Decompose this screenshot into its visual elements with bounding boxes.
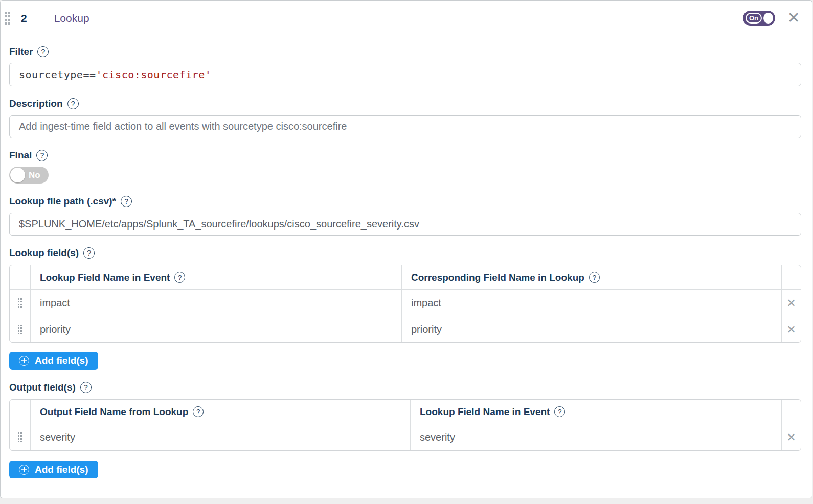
output-fields-label-text: Output field(s) [9,382,76,393]
final-label: Final ? [9,150,801,161]
filter-value-string: 'cisco:sourcefire' [96,68,212,81]
lookup-fields-label-text: Lookup field(s) [9,247,79,259]
row-drag-handle-icon[interactable] [18,432,22,443]
delete-column-header [781,400,801,424]
column-header-text: Lookup Field Name in Event [420,406,550,418]
lookup-file-path-label: Lookup file path (.csv)* ? [9,196,801,207]
row-drag-handle-icon[interactable] [18,325,22,335]
column-header-text: Corresponding Field Name in Lookup [411,272,584,283]
row-delete-icon[interactable]: ✕ [781,316,801,342]
row-drag-cell [10,424,30,450]
filter-value-prefix: sourcetype== [19,68,96,81]
plus-circle-icon [19,465,29,475]
row-drag-handle-icon[interactable] [18,298,22,308]
lookup-file-path-help-icon[interactable]: ? [121,196,132,207]
column-help-icon[interactable]: ? [589,272,600,283]
filter-input[interactable]: sourcetype=='cisco:sourcefire' [9,63,801,86]
row-drag-cell [10,316,30,342]
card-body: Filter ? sourcetype=='cisco:sourcefire' … [1,36,812,491]
add-button-label: Add field(s) [35,355,88,366]
card-drag-handle-icon[interactable] [5,12,10,25]
lookup-fields-label: Lookup field(s) ? [9,247,801,259]
lookup-file-path-label-text: Lookup file path (.csv)* [9,196,116,207]
lookup-fields-header-row: Lookup Field Name in Event ? Correspondi… [10,265,801,289]
card-title-link[interactable]: Lookup [54,12,89,25]
column-header-event-field: Lookup Field Name in Event ? [30,265,401,289]
event-field-input[interactable]: priority [30,316,401,342]
lookup-file-path-value: $SPLUNK_HOME/etc/apps/Splunk_TA_sourcefi… [19,218,419,230]
event-field-input[interactable]: impact [30,290,401,316]
final-help-icon[interactable]: ? [36,150,48,161]
delete-column-header [781,265,801,289]
column-header-text: Lookup Field Name in Event [40,272,170,283]
final-label-text: Final [9,150,32,161]
lookup-file-path-input[interactable]: $SPLUNK_HOME/etc/apps/Splunk_TA_sourcefi… [9,213,801,236]
step-number: 2 [21,12,27,25]
add-output-fields-button[interactable]: Add field(s) [9,461,98,478]
output-fields-header-row: Output Field Name from Lookup ? Lookup F… [10,400,801,424]
lookup-fields-table: Lookup Field Name in Event ? Correspondi… [9,265,801,343]
add-button-label: Add field(s) [35,464,88,475]
card-header: 2 Lookup On ✕ [1,1,812,36]
table-row: priority priority ✕ [10,316,801,342]
row-delete-icon[interactable]: ✕ [781,424,801,450]
final-toggle-label: No [29,170,40,180]
description-input[interactable]: Add ingest-time field action to all even… [9,115,801,138]
filter-label-text: Filter [9,46,33,57]
handle-column-header [10,265,30,289]
column-header-text: Output Field Name from Lookup [40,406,188,418]
output-fields-label: Output field(s) ? [9,382,801,393]
table-row: impact impact ✕ [10,289,801,316]
description-help-icon[interactable]: ? [67,98,79,109]
description-value: Add ingest-time field action to all even… [19,121,347,132]
event-field-input[interactable]: severity [410,424,781,450]
column-header-lookup-field: Corresponding Field Name in Lookup ? [401,265,781,289]
enabled-toggle[interactable]: On [743,11,775,26]
lookup-fields-help-icon[interactable]: ? [83,247,95,259]
close-icon[interactable]: ✕ [786,11,801,26]
filter-label: Filter ? [9,46,801,57]
column-help-icon[interactable]: ? [174,272,185,283]
output-fields-table: Output Field Name from Lookup ? Lookup F… [9,399,801,451]
description-label-text: Description [9,98,63,109]
lookup-field-input[interactable]: priority [401,316,781,342]
lookup-action-card: 2 Lookup On ✕ Filter ? sourcetype=='cisc… [0,0,812,498]
add-lookup-fields-button[interactable]: Add field(s) [9,352,98,370]
column-help-icon[interactable]: ? [554,406,565,417]
row-drag-cell [10,290,30,316]
output-field-input[interactable]: severity [30,424,410,450]
plus-circle-icon [19,356,29,366]
table-row: severity severity ✕ [10,424,801,450]
column-header-event-field: Lookup Field Name in Event ? [410,400,781,424]
row-delete-icon[interactable]: ✕ [781,290,801,316]
handle-column-header [10,400,30,424]
column-help-icon[interactable]: ? [193,406,204,417]
final-toggle[interactable]: No [9,167,49,184]
enabled-toggle-label: On [746,13,762,24]
output-fields-help-icon[interactable]: ? [80,382,92,393]
filter-help-icon[interactable]: ? [37,46,49,57]
column-header-output-field: Output Field Name from Lookup ? [30,400,410,424]
lookup-field-input[interactable]: impact [401,290,781,316]
enabled-toggle-knob [763,13,773,24]
description-label: Description ? [9,98,801,109]
final-toggle-knob [10,168,25,182]
